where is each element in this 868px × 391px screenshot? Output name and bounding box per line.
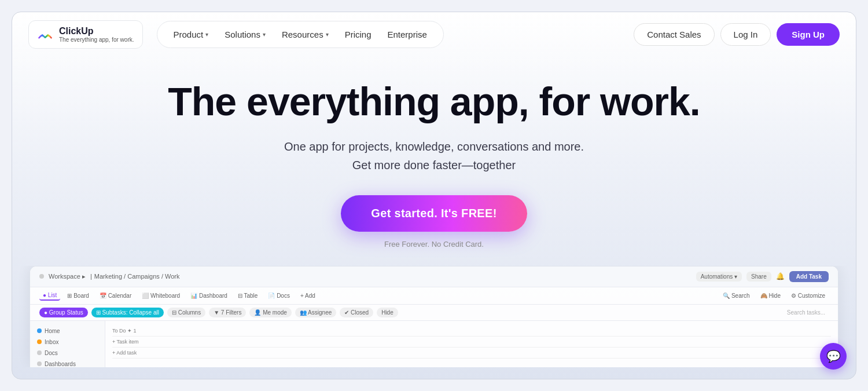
chevron-down-icon: ▾ xyxy=(326,31,329,38)
logo-box[interactable]: ClickUp The everything app, for work. xyxy=(28,20,143,49)
sidebar-item-home[interactable]: Home xyxy=(35,326,100,337)
filter-columns[interactable]: ⊟ Columns xyxy=(167,308,205,317)
automations-button[interactable]: Automations ▾ xyxy=(696,272,742,282)
chat-icon: 💬 xyxy=(826,349,841,363)
contact-sales-button[interactable]: Contact Sales xyxy=(634,23,714,46)
tab-dashboard[interactable]: 📊 Dashboard xyxy=(187,291,231,300)
app-topbar-right: Automations ▾ Share 🔔 Add Task xyxy=(696,271,829,282)
tab-add[interactable]: + Add xyxy=(297,291,319,300)
customize-button[interactable]: ⚙ Customize xyxy=(788,291,829,300)
nav-item-solutions[interactable]: Solutions ▾ xyxy=(218,26,273,43)
filter-assignee[interactable]: 👥 Assignee xyxy=(295,308,336,317)
app-body: Home Inbox Docs Dashboards xyxy=(30,321,838,367)
inbox-dot xyxy=(37,339,42,344)
sidebar-item-dashboards[interactable]: Dashboards xyxy=(35,359,100,367)
logo-text-block: ClickUp The everything app, for work. xyxy=(59,25,134,43)
sidebar-label-docs: Docs xyxy=(45,350,58,356)
workspace-dot xyxy=(39,274,44,279)
tab-whiteboard[interactable]: ⬜ Whiteboard xyxy=(138,291,183,300)
content-row-label-3: + Add task xyxy=(112,350,137,356)
filter-subtasks[interactable]: ⊞ Subtasks: Collapse all xyxy=(91,308,164,317)
hide-button[interactable]: 🙈 Hide xyxy=(757,291,784,300)
app-content-area: To Do ✦ 1 + Task item + Add task xyxy=(105,321,838,367)
chevron-down-icon: ▾ xyxy=(263,31,266,38)
tab-table[interactable]: ⊟ Table xyxy=(234,291,262,300)
chevron-down-icon: ▾ xyxy=(205,31,208,38)
app-breadcrumb: | Marketing / Campaigns / Work xyxy=(90,273,180,280)
docs-dot xyxy=(37,350,42,355)
navbar: ClickUp The everything app, for work. Pr… xyxy=(12,12,856,57)
app-topbar: Workspace ▸ | Marketing / Campaigns / Wo… xyxy=(30,266,838,287)
filter-me-mode[interactable]: 👤 Me mode xyxy=(249,308,291,317)
page-wrapper: ClickUp The everything app, for work. Pr… xyxy=(12,12,856,379)
hero-section: The everything app, for work. One app fo… xyxy=(12,57,856,266)
home-dot xyxy=(37,328,42,333)
sidebar-label-inbox: Inbox xyxy=(45,339,58,345)
app-topbar-left: Workspace ▸ | Marketing / Campaigns / Wo… xyxy=(39,273,179,280)
hero-note: Free Forever. No Credit Card. xyxy=(24,240,844,249)
tab-calendar[interactable]: 📅 Calendar xyxy=(96,291,135,300)
notification-icon: 🔔 xyxy=(776,272,785,280)
signup-button[interactable]: Sign Up xyxy=(777,23,840,46)
hero-subtitle-line1: One app for projects, knowledge, convers… xyxy=(284,140,584,153)
sidebar-item-inbox[interactable]: Inbox xyxy=(35,337,100,348)
nav-label-solutions: Solutions xyxy=(225,30,260,39)
nav-item-product[interactable]: Product ▾ xyxy=(167,26,216,43)
chat-bubble[interactable]: 💬 xyxy=(820,343,847,370)
hero-title: The everything app, for work. xyxy=(24,80,844,123)
app-window: Workspace ▸ | Marketing / Campaigns / Wo… xyxy=(30,266,838,367)
nav-links: Product ▾ Solutions ▾ Resources ▾ Pricin… xyxy=(157,21,444,48)
app-toolbar: ● List ⊞ Board 📅 Calendar ⬜ Whiteboard 📊… xyxy=(30,287,838,305)
nav-label-enterprise: Enterprise xyxy=(388,30,427,39)
navbar-right: Contact Sales Log In Sign Up xyxy=(634,23,840,46)
navbar-left: ClickUp The everything app, for work. Pr… xyxy=(28,20,444,49)
cta-button[interactable]: Get started. It's FREE! xyxy=(341,195,527,232)
clickup-logo-icon xyxy=(37,27,53,43)
nav-label-pricing: Pricing xyxy=(345,30,372,39)
sidebar-label-home: Home xyxy=(45,328,60,334)
app-sidebar-mini: Home Inbox Docs Dashboards xyxy=(30,321,105,367)
app-workspace-label: Workspace ▸ xyxy=(49,273,86,280)
tab-list[interactable]: ● List xyxy=(39,291,60,301)
app-preview: Workspace ▸ | Marketing / Campaigns / Wo… xyxy=(12,266,856,367)
filter-hide[interactable]: Hide xyxy=(377,308,398,317)
login-button[interactable]: Log In xyxy=(720,23,771,46)
hero-subtitle: One app for projects, knowledge, convers… xyxy=(24,137,844,174)
hero-subtitle-line2: Get more done faster—together xyxy=(352,159,516,171)
content-row-1: To Do ✦ 1 xyxy=(112,326,831,337)
nav-item-pricing[interactable]: Pricing xyxy=(338,26,378,43)
content-row-3[interactable]: + Add task xyxy=(112,348,831,359)
nav-item-enterprise[interactable]: Enterprise xyxy=(381,26,434,43)
add-task-button[interactable]: Add Task xyxy=(789,271,829,282)
breadcrumb-separator: | xyxy=(90,273,92,280)
tab-board[interactable]: ⊞ Board xyxy=(64,291,92,300)
content-row-label-1: To Do ✦ 1 xyxy=(112,328,137,334)
filter-7filters[interactable]: ▼ 7 Filters xyxy=(209,308,246,317)
content-row-2[interactable]: + Task item xyxy=(112,337,831,348)
search-button[interactable]: 🔍 Search xyxy=(719,291,753,300)
nav-item-resources[interactable]: Resources ▾ xyxy=(275,26,336,43)
nav-label-product: Product xyxy=(174,30,204,39)
sidebar-item-docs[interactable]: Docs xyxy=(35,348,100,359)
logo-tagline: The everything app, for work. xyxy=(59,36,134,43)
filter-closed[interactable]: ✔ Closed xyxy=(340,308,373,317)
app-filters: ● Group Status ⊞ Subtasks: Collapse all … xyxy=(30,305,838,321)
logo-brand: ClickUp xyxy=(59,25,134,36)
search-tasks-input[interactable]: Search tasks... xyxy=(784,308,829,317)
sidebar-label-dashboards: Dashboards xyxy=(45,361,76,367)
share-button[interactable]: Share xyxy=(746,272,771,282)
breadcrumb-text: Marketing / Campaigns / Work xyxy=(94,273,180,280)
dashboards-dot xyxy=(37,361,42,366)
content-row-label-2: + Task item xyxy=(112,339,139,345)
filter-group-status[interactable]: ● Group Status xyxy=(39,308,88,317)
tab-docs[interactable]: 📄 Docs xyxy=(264,291,293,300)
nav-label-resources: Resources xyxy=(282,30,323,39)
